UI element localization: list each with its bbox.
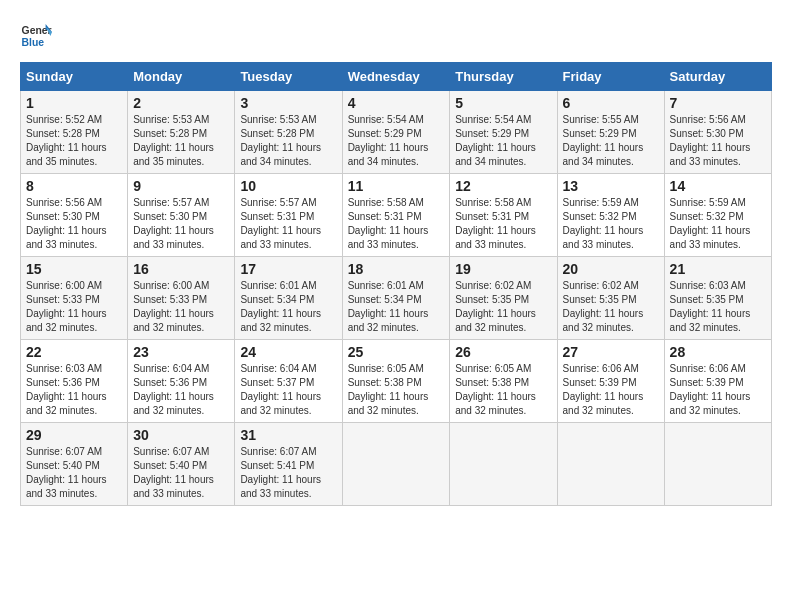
calendar-cell bbox=[342, 423, 450, 506]
calendar-header-row: SundayMondayTuesdayWednesdayThursdayFrid… bbox=[21, 63, 772, 91]
day-number: 9 bbox=[133, 178, 229, 194]
calendar-cell: 8 Sunrise: 5:56 AM Sunset: 5:30 PM Dayli… bbox=[21, 174, 128, 257]
day-number: 31 bbox=[240, 427, 336, 443]
day-number: 19 bbox=[455, 261, 551, 277]
day-info: Sunrise: 5:58 AM Sunset: 5:31 PM Dayligh… bbox=[455, 196, 551, 252]
day-number: 29 bbox=[26, 427, 122, 443]
day-info: Sunrise: 6:07 AM Sunset: 5:40 PM Dayligh… bbox=[26, 445, 122, 501]
day-number: 6 bbox=[563, 95, 659, 111]
calendar-cell: 16 Sunrise: 6:00 AM Sunset: 5:33 PM Dayl… bbox=[128, 257, 235, 340]
header-saturday: Saturday bbox=[664, 63, 771, 91]
day-info: Sunrise: 5:58 AM Sunset: 5:31 PM Dayligh… bbox=[348, 196, 445, 252]
header-thursday: Thursday bbox=[450, 63, 557, 91]
day-info: Sunrise: 6:00 AM Sunset: 5:33 PM Dayligh… bbox=[26, 279, 122, 335]
day-number: 7 bbox=[670, 95, 766, 111]
day-info: Sunrise: 5:56 AM Sunset: 5:30 PM Dayligh… bbox=[26, 196, 122, 252]
calendar-cell: 29 Sunrise: 6:07 AM Sunset: 5:40 PM Dayl… bbox=[21, 423, 128, 506]
day-info: Sunrise: 5:54 AM Sunset: 5:29 PM Dayligh… bbox=[348, 113, 445, 169]
calendar-cell: 23 Sunrise: 6:04 AM Sunset: 5:36 PM Dayl… bbox=[128, 340, 235, 423]
calendar-cell: 2 Sunrise: 5:53 AM Sunset: 5:28 PM Dayli… bbox=[128, 91, 235, 174]
calendar-cell: 9 Sunrise: 5:57 AM Sunset: 5:30 PM Dayli… bbox=[128, 174, 235, 257]
week-row-1: 1 Sunrise: 5:52 AM Sunset: 5:28 PM Dayli… bbox=[21, 91, 772, 174]
day-info: Sunrise: 5:59 AM Sunset: 5:32 PM Dayligh… bbox=[670, 196, 766, 252]
calendar-cell: 25 Sunrise: 6:05 AM Sunset: 5:38 PM Dayl… bbox=[342, 340, 450, 423]
svg-text:Blue: Blue bbox=[22, 37, 45, 48]
calendar-cell: 17 Sunrise: 6:01 AM Sunset: 5:34 PM Dayl… bbox=[235, 257, 342, 340]
day-info: Sunrise: 5:57 AM Sunset: 5:30 PM Dayligh… bbox=[133, 196, 229, 252]
day-number: 21 bbox=[670, 261, 766, 277]
day-number: 15 bbox=[26, 261, 122, 277]
day-info: Sunrise: 6:03 AM Sunset: 5:36 PM Dayligh… bbox=[26, 362, 122, 418]
day-number: 20 bbox=[563, 261, 659, 277]
day-number: 17 bbox=[240, 261, 336, 277]
day-number: 28 bbox=[670, 344, 766, 360]
day-info: Sunrise: 6:02 AM Sunset: 5:35 PM Dayligh… bbox=[455, 279, 551, 335]
calendar-cell: 7 Sunrise: 5:56 AM Sunset: 5:30 PM Dayli… bbox=[664, 91, 771, 174]
day-number: 8 bbox=[26, 178, 122, 194]
day-info: Sunrise: 5:56 AM Sunset: 5:30 PM Dayligh… bbox=[670, 113, 766, 169]
header-friday: Friday bbox=[557, 63, 664, 91]
day-number: 5 bbox=[455, 95, 551, 111]
calendar-cell: 5 Sunrise: 5:54 AM Sunset: 5:29 PM Dayli… bbox=[450, 91, 557, 174]
calendar-cell: 22 Sunrise: 6:03 AM Sunset: 5:36 PM Dayl… bbox=[21, 340, 128, 423]
day-info: Sunrise: 5:55 AM Sunset: 5:29 PM Dayligh… bbox=[563, 113, 659, 169]
day-info: Sunrise: 5:53 AM Sunset: 5:28 PM Dayligh… bbox=[133, 113, 229, 169]
day-info: Sunrise: 6:05 AM Sunset: 5:38 PM Dayligh… bbox=[455, 362, 551, 418]
day-number: 30 bbox=[133, 427, 229, 443]
calendar-cell: 19 Sunrise: 6:02 AM Sunset: 5:35 PM Dayl… bbox=[450, 257, 557, 340]
day-info: Sunrise: 6:00 AM Sunset: 5:33 PM Dayligh… bbox=[133, 279, 229, 335]
calendar-cell bbox=[450, 423, 557, 506]
day-number: 22 bbox=[26, 344, 122, 360]
day-info: Sunrise: 6:03 AM Sunset: 5:35 PM Dayligh… bbox=[670, 279, 766, 335]
calendar-cell bbox=[557, 423, 664, 506]
calendar-cell: 13 Sunrise: 5:59 AM Sunset: 5:32 PM Dayl… bbox=[557, 174, 664, 257]
day-number: 3 bbox=[240, 95, 336, 111]
day-info: Sunrise: 5:54 AM Sunset: 5:29 PM Dayligh… bbox=[455, 113, 551, 169]
week-row-2: 8 Sunrise: 5:56 AM Sunset: 5:30 PM Dayli… bbox=[21, 174, 772, 257]
week-row-3: 15 Sunrise: 6:00 AM Sunset: 5:33 PM Dayl… bbox=[21, 257, 772, 340]
day-number: 23 bbox=[133, 344, 229, 360]
day-info: Sunrise: 6:07 AM Sunset: 5:40 PM Dayligh… bbox=[133, 445, 229, 501]
day-info: Sunrise: 6:05 AM Sunset: 5:38 PM Dayligh… bbox=[348, 362, 445, 418]
day-info: Sunrise: 6:01 AM Sunset: 5:34 PM Dayligh… bbox=[240, 279, 336, 335]
header-wednesday: Wednesday bbox=[342, 63, 450, 91]
calendar-cell: 14 Sunrise: 5:59 AM Sunset: 5:32 PM Dayl… bbox=[664, 174, 771, 257]
calendar-cell: 3 Sunrise: 5:53 AM Sunset: 5:28 PM Dayli… bbox=[235, 91, 342, 174]
day-number: 2 bbox=[133, 95, 229, 111]
day-number: 27 bbox=[563, 344, 659, 360]
calendar-table: SundayMondayTuesdayWednesdayThursdayFrid… bbox=[20, 62, 772, 506]
day-info: Sunrise: 6:04 AM Sunset: 5:37 PM Dayligh… bbox=[240, 362, 336, 418]
day-info: Sunrise: 6:01 AM Sunset: 5:34 PM Dayligh… bbox=[348, 279, 445, 335]
calendar-cell: 26 Sunrise: 6:05 AM Sunset: 5:38 PM Dayl… bbox=[450, 340, 557, 423]
header-tuesday: Tuesday bbox=[235, 63, 342, 91]
calendar-cell: 20 Sunrise: 6:02 AM Sunset: 5:35 PM Dayl… bbox=[557, 257, 664, 340]
header-monday: Monday bbox=[128, 63, 235, 91]
calendar-cell: 28 Sunrise: 6:06 AM Sunset: 5:39 PM Dayl… bbox=[664, 340, 771, 423]
day-info: Sunrise: 6:06 AM Sunset: 5:39 PM Dayligh… bbox=[563, 362, 659, 418]
day-number: 13 bbox=[563, 178, 659, 194]
day-number: 24 bbox=[240, 344, 336, 360]
calendar-cell: 10 Sunrise: 5:57 AM Sunset: 5:31 PM Dayl… bbox=[235, 174, 342, 257]
day-number: 1 bbox=[26, 95, 122, 111]
calendar-cell: 27 Sunrise: 6:06 AM Sunset: 5:39 PM Dayl… bbox=[557, 340, 664, 423]
day-number: 26 bbox=[455, 344, 551, 360]
calendar-cell: 11 Sunrise: 5:58 AM Sunset: 5:31 PM Dayl… bbox=[342, 174, 450, 257]
calendar-cell: 4 Sunrise: 5:54 AM Sunset: 5:29 PM Dayli… bbox=[342, 91, 450, 174]
calendar-cell: 6 Sunrise: 5:55 AM Sunset: 5:29 PM Dayli… bbox=[557, 91, 664, 174]
day-number: 16 bbox=[133, 261, 229, 277]
page-header: General Blue bbox=[20, 20, 772, 52]
day-info: Sunrise: 5:57 AM Sunset: 5:31 PM Dayligh… bbox=[240, 196, 336, 252]
week-row-4: 22 Sunrise: 6:03 AM Sunset: 5:36 PM Dayl… bbox=[21, 340, 772, 423]
day-info: Sunrise: 6:07 AM Sunset: 5:41 PM Dayligh… bbox=[240, 445, 336, 501]
calendar-cell bbox=[664, 423, 771, 506]
logo: General Blue bbox=[20, 20, 56, 52]
day-number: 10 bbox=[240, 178, 336, 194]
calendar-cell: 30 Sunrise: 6:07 AM Sunset: 5:40 PM Dayl… bbox=[128, 423, 235, 506]
calendar-cell: 18 Sunrise: 6:01 AM Sunset: 5:34 PM Dayl… bbox=[342, 257, 450, 340]
calendar-cell: 1 Sunrise: 5:52 AM Sunset: 5:28 PM Dayli… bbox=[21, 91, 128, 174]
day-info: Sunrise: 5:52 AM Sunset: 5:28 PM Dayligh… bbox=[26, 113, 122, 169]
calendar-cell: 15 Sunrise: 6:00 AM Sunset: 5:33 PM Dayl… bbox=[21, 257, 128, 340]
day-number: 12 bbox=[455, 178, 551, 194]
day-number: 4 bbox=[348, 95, 445, 111]
day-number: 25 bbox=[348, 344, 445, 360]
